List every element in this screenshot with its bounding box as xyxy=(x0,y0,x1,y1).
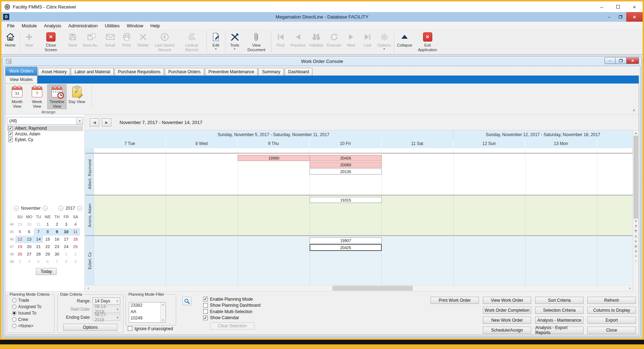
checkbox-show-planning-dashboard[interactable]: Show Planning Dashboard xyxy=(203,303,260,308)
toolbar-collapse-button[interactable]: Collapse xyxy=(395,31,414,54)
button-selection-criteria[interactable]: Selection Criteria xyxy=(535,307,584,314)
app-close-button[interactable]: × xyxy=(626,12,643,22)
toolbar-delete-button[interactable]: Delete xyxy=(135,31,151,54)
clear-selection-button[interactable]: Clear Selection xyxy=(210,322,254,329)
work-order-bar[interactable]: 19907 xyxy=(310,237,382,243)
toolbar-execute-button[interactable]: Execute xyxy=(325,31,343,54)
button-work-order-completion[interactable]: Work Order Completion xyxy=(483,307,531,314)
staff-albert-raymond[interactable]: ✓Albert, Raymond xyxy=(7,125,83,131)
toolbar-options-button[interactable]: Options▾ xyxy=(376,31,393,54)
fast-down-button[interactable]: ⇊ xyxy=(633,244,639,249)
calendar-day[interactable]: 9 xyxy=(71,258,80,265)
button-analysis-maintenance[interactable]: Analysis - Maintenance xyxy=(535,317,584,324)
menu-window[interactable]: Window xyxy=(123,23,147,28)
radio-crew[interactable]: Crew xyxy=(12,317,54,322)
planning-filter-list[interactable]: 23382AA10249∧∨ xyxy=(129,302,166,323)
today-button[interactable]: Today xyxy=(36,268,57,275)
minimize-button[interactable]: – xyxy=(593,1,610,12)
calendar-day[interactable]: 7 xyxy=(52,258,62,265)
next-month-button[interactable]: → xyxy=(43,206,48,211)
calendar-day[interactable]: 12 xyxy=(15,236,25,243)
button-close[interactable]: Close xyxy=(587,327,636,334)
toolbar-print-button[interactable]: Print xyxy=(118,31,135,54)
timeline-view-button[interactable]: Timeline View xyxy=(47,84,67,109)
ribbon-tab-view-modes[interactable]: View Modes xyxy=(5,76,37,84)
scroll-down-icon[interactable]: ∨ xyxy=(162,318,164,322)
vscroll-thumb[interactable] xyxy=(634,136,638,219)
toolbar-initialize-button[interactable]: Initialize xyxy=(307,31,325,54)
search-button[interactable] xyxy=(183,297,191,305)
tab-preventive-maintenance[interactable]: Preventive Maintenance xyxy=(205,68,258,76)
day-view-button[interactable]: ✓Day View xyxy=(67,84,86,109)
calendar-day[interactable]: 5 xyxy=(34,258,43,265)
radio-trade[interactable]: Trade xyxy=(12,297,54,303)
app-restore-button[interactable] xyxy=(615,12,626,22)
calendar-day[interactable]: 26 xyxy=(15,251,25,258)
toolbar-edit-button[interactable]: Edit▾ xyxy=(208,31,224,54)
ending-date-select[interactable]: 06-27-2018∨ xyxy=(93,314,120,321)
scroll-up-icon[interactable]: ▴ xyxy=(633,130,639,136)
down-button[interactable]: ∨ xyxy=(633,239,639,244)
calendar-day[interactable]: 7 xyxy=(34,228,43,236)
week-view-button[interactable]: 7Week View xyxy=(27,84,47,109)
jump-to-top-button[interactable]: ↟ xyxy=(633,224,639,229)
calendar-day[interactable]: 21 xyxy=(34,243,43,251)
radio-none[interactable]: <None> xyxy=(12,323,54,328)
tab-asset-history[interactable]: Asset History xyxy=(38,68,70,76)
menu-module[interactable]: Module xyxy=(18,23,41,28)
toolbar-last-button[interactable]: Last xyxy=(359,31,376,54)
work-order-bar[interactable]: 20425 xyxy=(310,244,382,251)
toolbar-lookup-record-button[interactable]: Lookup Record xyxy=(178,31,205,54)
calendar-day[interactable]: 8 xyxy=(62,258,71,265)
scroll-right-icon[interactable]: › xyxy=(627,286,633,291)
calendar-day[interactable]: 19 xyxy=(15,243,25,251)
calendar-day[interactable]: 3 xyxy=(15,258,25,265)
console-restore-button[interactable] xyxy=(616,57,627,64)
calendar-day[interactable]: 2 xyxy=(71,251,80,258)
staff-filter-dropdown[interactable]: (All) ▾ xyxy=(7,117,83,125)
calendar-day[interactable]: 3 xyxy=(62,221,71,228)
calendar-day[interactable]: 5 xyxy=(15,228,25,236)
hscroll-thumb[interactable] xyxy=(332,286,413,291)
radio-issued-to[interactable]: Issued To xyxy=(12,310,54,316)
staff-eybel-cy[interactable]: ✓Eybel, Cy xyxy=(7,137,83,143)
toolbar-exit-application-button[interactable]: ×Exit Application xyxy=(414,31,441,54)
calendar-day[interactable]: 11 xyxy=(71,228,80,236)
checkbox-enable-planning-mode[interactable]: ✓Enable Planning Mode xyxy=(203,296,260,302)
ignore-if-unassigned-checkbox[interactable]: Ignore if unassigned xyxy=(128,326,173,331)
tab-summary[interactable]: Summary xyxy=(258,68,284,76)
zoom-out-button[interactable]: − xyxy=(633,259,639,264)
menu-administration[interactable]: Administration xyxy=(65,23,101,28)
toolbar-email-button[interactable]: Email xyxy=(102,31,118,54)
timeline-prev-button[interactable]: ◀ xyxy=(90,118,99,127)
staff-arozio-adam[interactable]: ✓Arozio, Adam xyxy=(7,131,83,137)
calendar-day[interactable]: 6 xyxy=(25,228,34,236)
calendar-day[interactable]: 28 xyxy=(34,251,43,258)
next-year-button[interactable]: → xyxy=(77,206,82,211)
button-columns-to-display[interactable]: Columns to Display xyxy=(587,307,636,314)
calendar-day[interactable]: 30 xyxy=(52,251,62,258)
work-order-bar[interactable]: 20089 xyxy=(310,162,382,168)
menu-file[interactable]: File xyxy=(4,23,18,28)
toolbar-close-screen-button[interactable]: ×Close Screen xyxy=(37,31,64,54)
start-date-select[interactable]: 06-14-2018∨ xyxy=(93,306,120,313)
maximize-button[interactable] xyxy=(610,1,626,12)
calendar-day[interactable]: 20 xyxy=(25,243,34,251)
close-button[interactable]: × xyxy=(626,1,643,12)
calendar-day[interactable]: 13 xyxy=(25,236,34,243)
button-schedule-assign[interactable]: Schedule/Assign xyxy=(483,327,531,334)
toolbar-next-button[interactable]: Next xyxy=(343,31,359,54)
calendar-day[interactable]: 1 xyxy=(43,221,52,228)
prev-year-button[interactable]: ← xyxy=(58,206,63,211)
filter-list-scrollbar[interactable]: ∧∨ xyxy=(160,302,165,322)
calendar-day[interactable]: 6 xyxy=(43,258,52,265)
app-minimize-button[interactable]: – xyxy=(603,12,615,22)
toolbar-save-button[interactable]: Save xyxy=(64,31,81,54)
console-minimize-button[interactable]: – xyxy=(605,57,616,64)
button-print-work-order[interactable]: Print Work Order xyxy=(431,297,479,304)
toolbar-new-button[interactable]: New xyxy=(21,31,37,54)
calendar-day[interactable]: 29 xyxy=(43,251,52,258)
work-order-bar[interactable]: 19315 xyxy=(310,197,382,203)
calendar-day[interactable]: 10 xyxy=(62,228,71,236)
button-view-work-order[interactable]: View Work Order xyxy=(483,297,531,304)
